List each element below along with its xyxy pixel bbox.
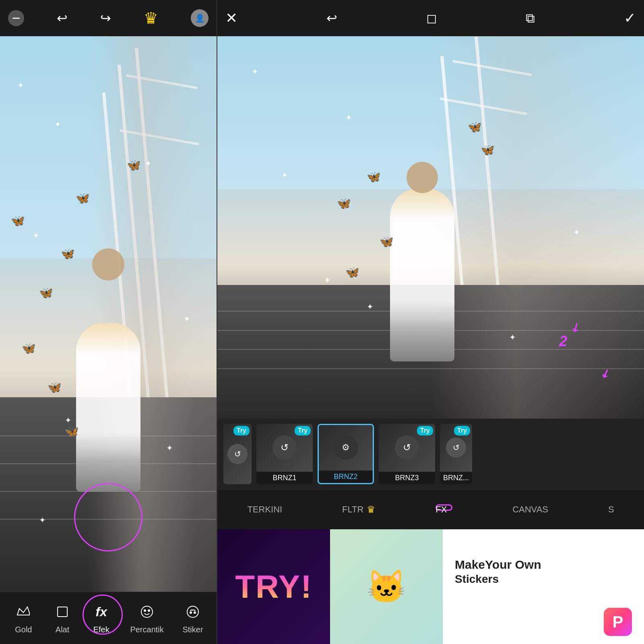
efek-highlight-circle [74,483,142,551]
try-badge-brnz1: Try [295,426,311,436]
filter-brnz2-inner: ⚙ [319,425,373,471]
left-minus-button[interactable]: − [8,10,24,26]
right-image-area: ✦ ✦ ✦ ✦ ✦ ✦ ✦ 🦋 🦋 🦋 🦋 🦋 🦋 ↙ ↙ 2 [217,36,644,419]
s-label: S [608,504,614,515]
ad-sticker-section[interactable]: MakeYour Own Stickers P [443,529,644,644]
r-sparkle-3: ✦ [281,170,288,180]
filter-brnz2[interactable]: ⚙ BRNZ2 [318,424,374,484]
right-undo-button[interactable]: ↩ [326,10,337,26]
sparkle-8: ✦ [184,314,190,324]
ad-make-text: Make [455,558,485,571]
r-butterfly-6: 🦋 [481,143,495,157]
filter-brnz3[interactable]: Try ↺ BRNZ3 [379,424,435,484]
left-bottom-toolbar: Gold Alat fx Efek Percantik St [0,592,217,644]
crown-toolbar-icon [13,602,33,622]
crown-icon[interactable]: ♛ [144,9,158,27]
left-image-bg: ✦ ✦ ✦ ✦ ✦ ✦ ✦ ✦ 🦋 🦋 🦋 🦋 🦋 🦋 🦋 🦋 [0,36,217,592]
right-topbar: ✕ ↩ ◻ ⧉ ✓ [217,0,644,36]
svg-rect-0 [58,607,67,617]
toolbar-stiker[interactable]: Stiker [182,602,203,634]
r-sparkle-2: ✦ [345,113,352,122]
canvas-label: CANVAS [512,504,548,515]
fx-toolbar-icon: fx [91,602,111,622]
brnz2-label: BRNZ2 [319,471,373,483]
profile-button[interactable]: 👤 [191,9,208,27]
r-sparkle-4: ✦ [324,275,331,285]
cat-emoji: 🐱 [366,568,407,606]
left-topbar: − ↩ ↪ ♛ 👤 [0,0,217,36]
butterfly-3: 🦋 [22,342,36,355]
svg-point-1 [141,606,153,617]
r-butterfly-2: 🦋 [367,170,381,184]
svg-point-6 [194,612,196,613]
left-redo-button[interactable]: ↪ [100,10,111,26]
butterfly-8: 🦋 [127,159,141,172]
percantik-label: Percantik [130,625,163,634]
layers-button[interactable]: ⧉ [526,11,535,26]
brnz3-label: BRNZ3 [379,472,435,484]
nav-terkini[interactable]: TERKINI [247,504,282,515]
try-badge-brnz3: Try [417,426,433,436]
filter-brnz1[interactable]: Try ↺ BRNZ1 [256,424,313,484]
sticker-toolbar-icon [183,602,203,622]
ad-try-section[interactable]: TRY! [217,529,330,644]
ad-your-own-text: Your Own [485,558,541,571]
r-sparkle-7: ✦ [573,227,580,237]
butterfly-7: 🦋 [65,425,79,438]
r-butterfly-4: 🦋 [380,235,394,248]
efek-label: Efek [93,625,109,634]
svg-point-4 [187,606,198,617]
svg-point-5 [190,612,192,613]
nav-fltr[interactable]: FLTR ♛ [342,504,376,515]
brnz4-label: BRNZ... [440,472,472,484]
try-badge-partial: Try [233,426,250,436]
right-image-bg: ✦ ✦ ✦ ✦ ✦ ✦ ✦ 🦋 🦋 🦋 🦋 🦋 🦋 ↙ ↙ 2 [217,36,644,419]
filter-item-partial[interactable]: Try ↺ [223,424,252,484]
ad-try-text: TRY! [235,568,312,605]
terkini-label: TERKINI [247,504,282,515]
bottom-nav: TERKINI FLTR ♛ FX CANVAS S [217,489,644,529]
sparkle-3: ✦ [145,159,152,168]
crop-toolbar-icon [52,602,72,622]
nav-canvas[interactable]: CANVAS [512,504,548,515]
right-panel: ✕ ↩ ◻ ⧉ ✓ [217,0,644,644]
filter-brnz4-inner: Try ↺ [440,424,472,472]
face-toolbar-icon [137,602,157,622]
r-sparkle-5: ✦ [367,302,374,312]
svg-point-2 [144,610,146,611]
r-butterfly-1: 🦋 [468,120,482,134]
picsart-icon[interactable]: P [604,608,632,636]
toolbar-alat[interactable]: Alat [52,602,72,634]
butterfly-1: 🦋 [11,214,25,227]
toolbar-percantik[interactable]: Percantik [130,602,163,634]
fx-label: FX [436,504,447,515]
butterfly-2: 🦋 [39,286,53,299]
filter-brnz1-inner: Try ↺ [256,424,313,472]
eraser-button[interactable]: ◻ [426,10,437,26]
filter-strip: Try ↺ Try ↺ BRNZ1 ⚙ BRNZ2 [217,419,644,489]
butterfly-6: 🦋 [76,192,90,205]
check-button[interactable]: ✓ [624,10,636,27]
sparkle-4: ✦ [33,231,39,240]
nav-s[interactable]: S [608,504,614,515]
gold-label: Gold [15,625,32,634]
filter-brnz4[interactable]: Try ↺ BRNZ... [440,424,472,484]
toolbar-gold[interactable]: Gold [13,602,33,634]
alat-label: Alat [56,625,69,634]
r-sparkle-6: ✦ [509,332,516,342]
svg-point-3 [148,610,150,611]
brnz1-label: BRNZ1 [256,472,313,484]
left-panel: − ↩ ↪ ♛ 👤 [0,0,217,644]
nav-fx[interactable]: FX [436,506,452,513]
fltr-label: FLTR [342,504,363,515]
filter-partial-inner: Try ↺ [223,424,252,484]
r-sparkle-1: ✦ [252,67,258,76]
sparkle-6: ✦ [166,443,173,453]
r-butterfly-3: 🦋 [337,197,351,210]
number-annotation: 2 [559,333,567,350]
ad-banner: TRY! 🐱 MakeYour Own Stickers P [217,529,644,644]
left-undo-button[interactable]: ↩ [57,10,68,26]
close-button[interactable]: ✕ [225,10,237,27]
toolbar-efek[interactable]: fx Efek [91,602,111,634]
sparkle-1: ✦ [17,80,24,90]
